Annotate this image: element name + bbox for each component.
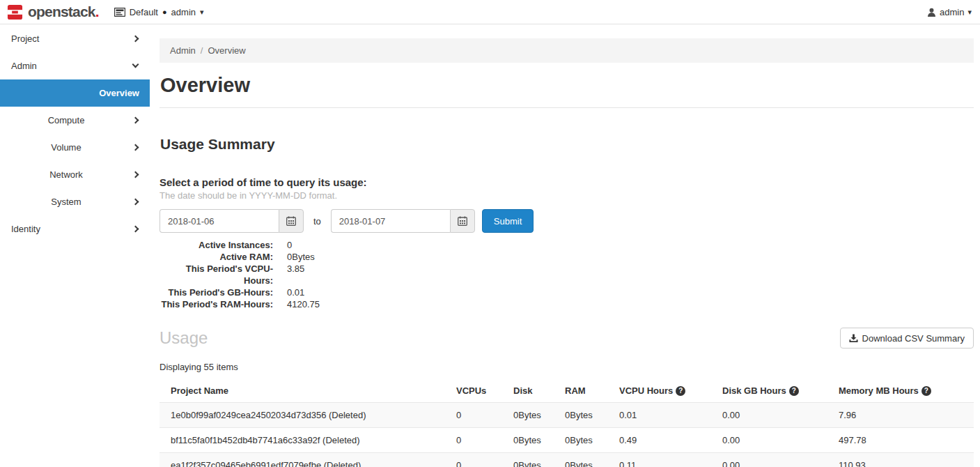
date-from-group bbox=[160, 209, 304, 233]
usage-table: Project Name VCPUs Disk RAM VCPU Hours? … bbox=[160, 379, 974, 467]
col-disk: Disk bbox=[508, 379, 559, 403]
cell-disk: 0Bytes bbox=[508, 403, 559, 428]
help-icon[interactable]: ? bbox=[676, 386, 685, 396]
calendar-icon[interactable] bbox=[450, 209, 475, 233]
cell-disk-gb-hours: 0.00 bbox=[717, 403, 833, 428]
sidebar-item-label: Overview bbox=[99, 88, 139, 98]
col-ram: RAM bbox=[559, 379, 614, 403]
cell-disk-gb-hours: 0.00 bbox=[717, 428, 833, 453]
user-menu[interactable]: admin ▾ bbox=[927, 7, 972, 17]
item-count: Displaying 55 items bbox=[160, 362, 974, 372]
date-range-form: to Submit bbox=[160, 209, 974, 233]
cell-vcpus: 0 bbox=[451, 453, 508, 467]
cell-project-name: ea1f2f357c09465eb6991edf7079efbe (Delete… bbox=[160, 453, 451, 467]
chevron-right-icon bbox=[132, 171, 139, 178]
calendar-icon[interactable] bbox=[279, 209, 304, 233]
cell-disk: 0Bytes bbox=[508, 428, 559, 453]
submit-button[interactable]: Submit bbox=[482, 209, 534, 233]
user-icon bbox=[927, 8, 936, 17]
help-icon[interactable]: ? bbox=[921, 386, 931, 396]
divider bbox=[160, 107, 974, 108]
download-icon bbox=[849, 334, 858, 343]
cell-ram: 0Bytes bbox=[559, 403, 614, 428]
openstack-logo-icon bbox=[7, 4, 23, 20]
sidebar-item-admin[interactable]: Admin bbox=[0, 52, 150, 79]
breadcrumb: Admin/Overview bbox=[160, 38, 974, 63]
sidebar-item-compute[interactable]: Compute bbox=[0, 107, 150, 134]
cell-ram: 0Bytes bbox=[559, 453, 614, 467]
sidebar-item-label: System bbox=[0, 197, 132, 207]
sidebar-item-identity[interactable]: Identity bbox=[0, 215, 150, 243]
sidebar-item-label: Compute bbox=[0, 115, 132, 125]
brand-wordmark: openstack. bbox=[28, 3, 99, 20]
help-icon[interactable]: ? bbox=[789, 386, 799, 396]
stat-value: 0.01 bbox=[287, 286, 304, 298]
cell-ram: 0Bytes bbox=[559, 428, 614, 453]
page-title: Overview bbox=[160, 74, 974, 97]
table-row: bf11c5fa0f1b452db4b7741a6c33a92f (Delete… bbox=[160, 428, 974, 453]
stat-value: 0 bbox=[287, 239, 292, 251]
breadcrumb-separator: / bbox=[201, 45, 203, 56]
main-content: Admin/Overview Overview Usage Summary Se… bbox=[150, 38, 980, 467]
cell-disk: 0Bytes bbox=[508, 453, 559, 467]
sidebar-item-network[interactable]: Network bbox=[0, 161, 150, 188]
chevron-right-icon bbox=[132, 199, 139, 206]
cell-vcpus: 0 bbox=[451, 403, 508, 428]
stat-ram-hours: This Period's RAM-Hours: 4120.75 bbox=[160, 298, 974, 310]
date-to-input[interactable] bbox=[331, 209, 450, 233]
table-row: 1e0b0f99af0249cea24502034d73d356 (Delete… bbox=[160, 403, 974, 428]
stat-label: This Period's GB-Hours: bbox=[160, 286, 273, 298]
usage-stats: Active Instances: 0 Active RAM: 0Bytes T… bbox=[160, 239, 974, 310]
chevron-right-icon bbox=[132, 36, 139, 43]
breadcrumb-admin[interactable]: Admin bbox=[170, 45, 196, 56]
stat-label: Active Instances: bbox=[160, 239, 273, 251]
cell-vcpu-hours: 0.01 bbox=[614, 403, 717, 428]
stat-label: Active RAM: bbox=[160, 251, 273, 263]
chevron-right-icon bbox=[132, 226, 139, 233]
stat-vcpu-hours: This Period's VCPU-Hours: 3.85 bbox=[160, 263, 974, 286]
context-project: admin bbox=[171, 7, 196, 17]
context-domain: Default bbox=[130, 7, 158, 17]
stat-value: 3.85 bbox=[287, 263, 304, 286]
cell-disk-gb-hours: 0.00 bbox=[717, 453, 833, 467]
stat-value: 4120.75 bbox=[287, 298, 320, 310]
stat-gb-hours: This Period's GB-Hours: 0.01 bbox=[160, 286, 974, 298]
cell-memory-mb-hours: 110.93 bbox=[833, 453, 974, 467]
table-row: ea1f2f357c09465eb6991edf7079efbe (Delete… bbox=[160, 453, 974, 467]
download-csv-button[interactable]: Download CSV Summary bbox=[840, 328, 974, 349]
breadcrumb-current: Overview bbox=[208, 45, 245, 56]
date-from-input[interactable] bbox=[160, 209, 279, 233]
date-to-group bbox=[331, 209, 475, 233]
caret-down-icon: ▾ bbox=[967, 8, 972, 17]
domain-list-icon bbox=[114, 8, 125, 17]
user-name: admin bbox=[940, 7, 964, 17]
usage-summary-heading: Usage Summary bbox=[160, 136, 974, 153]
chevron-right-icon bbox=[132, 144, 139, 151]
cell-vcpu-hours: 0.11 bbox=[614, 453, 717, 467]
openstack-brand[interactable]: openstack. bbox=[7, 3, 99, 20]
chevron-down-icon bbox=[132, 61, 139, 68]
cell-vcpus: 0 bbox=[451, 428, 508, 453]
stat-value: 0Bytes bbox=[287, 251, 315, 263]
cell-memory-mb-hours: 7.96 bbox=[833, 403, 974, 428]
caret-down-icon: ▾ bbox=[200, 8, 204, 17]
cell-memory-mb-hours: 497.78 bbox=[833, 428, 974, 453]
sidebar-item-label: Volume bbox=[0, 142, 132, 153]
sidebar-item-system[interactable]: System bbox=[0, 188, 150, 215]
col-vcpus: VCPUs bbox=[451, 379, 508, 403]
sidebar-item-volume[interactable]: Volume bbox=[0, 134, 150, 161]
sidebar-item-project[interactable]: Project bbox=[0, 25, 150, 52]
stat-label: This Period's VCPU-Hours: bbox=[160, 263, 273, 286]
sidebar-nav: Project Admin Overview Compute Volume Ne… bbox=[0, 25, 150, 243]
cell-vcpu-hours: 0.49 bbox=[614, 428, 717, 453]
sidebar-item-overview[interactable]: Overview bbox=[0, 79, 150, 107]
sidebar-item-label: Project bbox=[0, 33, 39, 44]
context-switcher[interactable]: Default ● admin ▾ bbox=[114, 7, 204, 17]
col-vcpu-hours: VCPU Hours? bbox=[614, 379, 717, 403]
to-label: to bbox=[313, 216, 321, 227]
top-navbar: openstack. Default ● admin ▾ admi bbox=[0, 0, 980, 24]
table-header-row: Project Name VCPUs Disk RAM VCPU Hours? … bbox=[160, 379, 974, 403]
col-disk-gb-hours: Disk GB Hours? bbox=[717, 379, 833, 403]
download-csv-label: Download CSV Summary bbox=[862, 333, 965, 344]
stat-label: This Period's RAM-Hours: bbox=[160, 298, 273, 310]
